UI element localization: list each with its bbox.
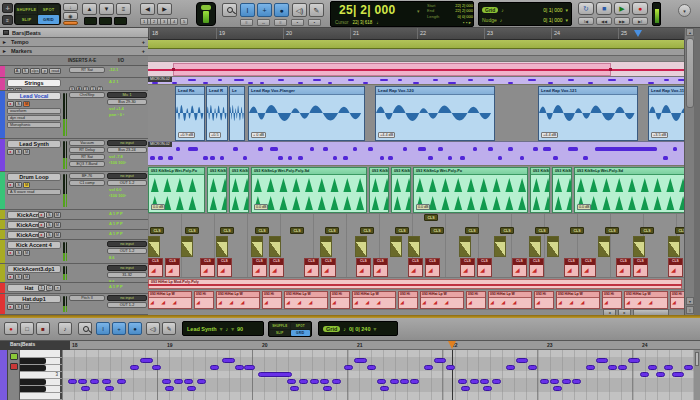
midi-note[interactable] — [550, 379, 559, 384]
midi-note[interactable] — [130, 365, 139, 370]
track-row-unnamed[interactable]: ASclpspreadRT Sat-12.1 — [0, 66, 148, 78]
cls-red-clip[interactable]: CLS◢ — [616, 258, 631, 277]
track-button-m[interactable]: M — [23, 250, 30, 256]
midi-note[interactable] — [656, 372, 665, 377]
io-value[interactable]: no input — [107, 265, 147, 271]
tempo-ruler-row[interactable]: ▸ Tempo + — [0, 38, 148, 47]
midi-dash[interactable] — [433, 79, 438, 81]
track-button-≡[interactable]: ≡ — [54, 285, 61, 291]
hat-dup1-track-lane[interactable]: 093 HiHat Lp W◢ ◢ ◢093 Hi◢093 HiHat Lp W… — [148, 290, 684, 310]
io-value[interactable]: no input — [107, 140, 147, 146]
cls-red-clip[interactable]: CLS◢ — [512, 258, 527, 277]
midi-note[interactable] — [344, 365, 353, 370]
track-button-s[interactable]: S — [15, 250, 22, 256]
cls-clip-badge[interactable]: CLS — [290, 227, 304, 234]
midi-note[interactable] — [562, 379, 571, 384]
zoom-preset-4[interactable]: 4 — [170, 18, 178, 25]
midi-note[interactable] — [258, 372, 292, 377]
length-value[interactable]: 0| 0| 000 — [458, 14, 473, 19]
midi-note[interactable] — [583, 156, 588, 160]
io-value[interactable]: Mic 1 — [107, 92, 147, 98]
clip-zoom-display[interactable] — [114, 17, 127, 25]
midi-note[interactable] — [390, 379, 399, 384]
midi-red-button[interactable] — [10, 363, 18, 370]
hat-track-lane[interactable]: 093 HiHat Lp Mod-Poly-Poly — [148, 278, 684, 290]
track-button-m[interactable]: M — [23, 274, 30, 280]
midi-note[interactable] — [235, 365, 244, 370]
cls-red-clip[interactable]: CLS◢ — [356, 258, 371, 277]
hihat-clip[interactable]: 093 HiHat Lp W◢ ◢ ◢ — [624, 291, 668, 309]
notation-view-button[interactable]: ♪ — [58, 322, 72, 335]
cls-tall-clip[interactable] — [633, 236, 645, 257]
track-button-m[interactable]: M — [23, 182, 30, 188]
midi-note[interactable] — [233, 147, 238, 151]
midi-dash[interactable] — [380, 79, 388, 81]
midi-note[interactable] — [403, 147, 407, 151]
audio-clip-lead-rap-vox-121[interactable]: Lead Rap Vox-121+4.4 dB — [538, 86, 638, 141]
black-key[interactable] — [20, 365, 46, 371]
midi-note-grid[interactable] — [62, 350, 694, 400]
midi-note[interactable] — [488, 147, 493, 151]
midi-note[interactable] — [540, 379, 549, 384]
cls-clip-badge[interactable]: CLS — [675, 227, 684, 234]
cls-red-clip[interactable]: CLS◢ — [321, 258, 336, 277]
midi-playhead-marker[interactable] — [448, 341, 456, 349]
insert-slot[interactable]: BF-76 — [69, 173, 105, 179]
midi-note[interactable] — [673, 147, 677, 151]
track-button-●[interactable]: ● — [38, 232, 45, 238]
black-key[interactable] — [20, 358, 46, 364]
track-button-m[interactable]: M — [23, 304, 30, 310]
drum-clip[interactable]: 093 KikSnLp Wet-Poly-Po0.0 dB — [148, 167, 205, 213]
zoom-preset-5[interactable]: 5 — [180, 18, 188, 25]
midi-track-selector[interactable]: Lead Synth ▾ ♪ ▾ 90 — [182, 321, 264, 336]
midi-note[interactable] — [162, 379, 171, 384]
midi-note[interactable] — [78, 379, 87, 384]
track-name[interactable]: Lead Vocal — [7, 92, 61, 100]
cls-tall-clip[interactable] — [547, 236, 559, 257]
midi-note[interactable] — [270, 147, 278, 151]
bar-number-18[interactable]: 18 — [152, 30, 158, 36]
midi-dash[interactable] — [568, 79, 574, 81]
midi-note[interactable] — [528, 365, 537, 370]
io-value[interactable]: ‹100 100› — [107, 160, 147, 166]
track-row-kickacn2[interactable]: KickAcn2●SMA 1 P P — [0, 220, 148, 230]
hihat-clip[interactable]: 093 HiHat Lp W◢ ◢ ◢ — [148, 291, 192, 309]
midi-note[interactable] — [596, 358, 608, 363]
cls-red-clip[interactable]: CLS◢ — [408, 258, 423, 277]
io-value[interactable]: OUT 1-2 — [107, 248, 147, 254]
drum-clip[interactable]: 093 KikSn — [530, 167, 550, 213]
strings-track-lane[interactable] — [148, 62, 684, 77]
track-button-●[interactable]: ● — [7, 274, 14, 280]
midi-bar-number-19[interactable]: 19 — [167, 342, 173, 348]
midi-dash[interactable] — [348, 79, 354, 81]
scrollbar-thumb[interactable] — [686, 38, 694, 108]
cls-clip-badge[interactable]: CLS — [640, 227, 654, 234]
midi-dash[interactable] — [628, 79, 633, 81]
io-value[interactable]: no input — [107, 295, 147, 301]
insert-slot[interactable]: RT Delay — [69, 147, 105, 153]
track-button-s[interactable]: S — [22, 68, 29, 74]
mode-shuffle-button[interactable]: SHUFFLE — [270, 323, 290, 329]
mode-shuffle-button[interactable]: SHUFFLE — [16, 5, 37, 14]
cls-clip-badge[interactable]: CLS — [570, 227, 584, 234]
cls-red-clip[interactable]: CLS◢ — [529, 258, 544, 277]
midi-note[interactable] — [410, 379, 419, 384]
track-row-kick-accent-4[interactable]: Kick Accent 4●SMno inputOUT 1-28.6 — [0, 240, 148, 264]
markers-add-icon[interactable]: + — [142, 48, 145, 54]
track-name[interactable]: Lead Synth — [7, 140, 61, 148]
midi-note[interactable] — [299, 379, 308, 384]
midi-note[interactable] — [418, 147, 426, 151]
hihat-clip[interactable]: 093 Hi◢ — [398, 291, 418, 309]
midi-note[interactable] — [438, 147, 443, 151]
markers-expander-icon[interactable]: ▸ — [3, 48, 8, 54]
zoom-preset-3[interactable]: 3 — [160, 18, 168, 25]
tempo-add-icon[interactable]: + — [142, 39, 145, 45]
midi-mini-scrollbar[interactable] — [694, 350, 700, 400]
midi-solo-button[interactable]: □ — [20, 322, 34, 335]
midi-dash[interactable] — [488, 79, 494, 81]
midi-note[interactable] — [117, 379, 126, 384]
midi-note[interactable] — [165, 386, 174, 391]
insert-slot[interactable]: Pitch II — [69, 295, 105, 301]
cls-red-clip[interactable]: CLS◢ — [425, 258, 440, 277]
track-row-kickacnt[interactable]: KickAcnt●SMA 1 P P — [0, 210, 148, 220]
